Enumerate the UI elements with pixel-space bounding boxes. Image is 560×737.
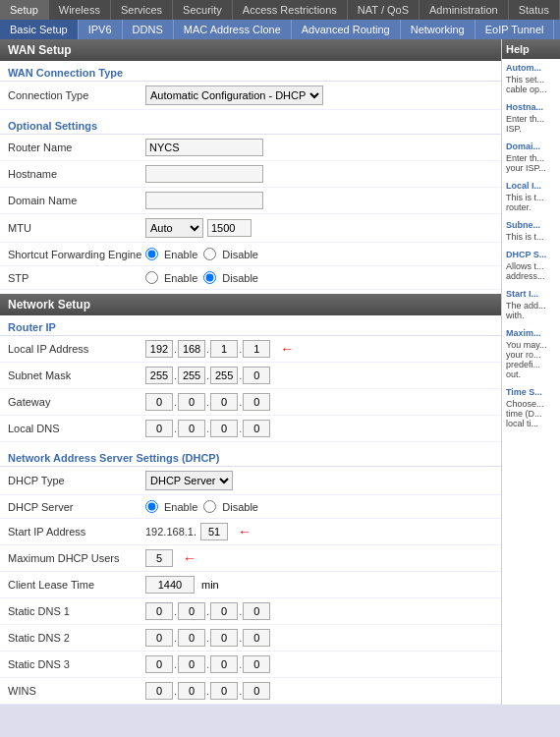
sub-nav: Basic SetupIPV6DDNSMAC Address CloneAdva… [0, 20, 560, 39]
help-item: Time S...Choose... time (D... local ti..… [502, 383, 560, 432]
local-ip-2[interactable] [178, 340, 205, 358]
wins-3[interactable] [210, 682, 238, 700]
router-name-label: Router Name [8, 142, 145, 153]
sub-nav-item-advanced-routing[interactable]: Advanced Routing [292, 20, 401, 39]
mtu-select[interactable]: Auto Manual [145, 218, 203, 238]
top-nav-item-setup[interactable]: Setup [0, 0, 49, 20]
dhcp-disable-radio[interactable] [203, 500, 216, 513]
stp-row: STP Enable Disable [0, 266, 501, 290]
static-dns1-label: Static DNS 1 [8, 605, 145, 617]
local-dns-4[interactable] [243, 420, 270, 437]
static-dns1-3[interactable] [210, 602, 238, 620]
local-ip-group[interactable]: . . . [145, 340, 270, 358]
subnet-3[interactable] [210, 367, 238, 384]
static-dns2-3[interactable] [210, 629, 238, 647]
static-dns2-4[interactable] [243, 629, 270, 647]
stp-enable-radio[interactable] [145, 271, 158, 284]
start-ip-input[interactable] [200, 523, 228, 540]
top-nav-item-services[interactable]: Services [111, 0, 173, 20]
static-dns3-3[interactable] [210, 655, 238, 673]
sub-nav-item-mac-address-clone[interactable]: MAC Address Clone [174, 20, 292, 39]
static-dns3-label: Static DNS 3 [8, 658, 145, 670]
start-ip-row: Start IP Address 192.168.1. ← [0, 519, 501, 545]
start-ip-label: Start IP Address [8, 526, 145, 538]
domain-name-row: Domain Name [0, 188, 501, 214]
mtu-value-input[interactable] [207, 219, 252, 237]
wins-1[interactable] [145, 682, 173, 700]
dhcp-enable-radio[interactable] [145, 500, 158, 513]
subnet-4[interactable] [243, 367, 270, 384]
connection-type-label: Connection Type [8, 89, 145, 101]
domain-name-input[interactable] [145, 192, 263, 209]
client-lease-label: Client Lease Time [8, 579, 145, 591]
wan-setup-title: WAN Setup [8, 43, 72, 57]
static-dns1-1[interactable] [145, 602, 173, 620]
router-name-input[interactable] [145, 139, 263, 156]
top-nav-item-nat-/-qos[interactable]: NAT / QoS [348, 0, 420, 20]
connection-type-control[interactable]: Automatic Configuration - DHCP [145, 85, 323, 105]
sub-nav-item-basic-setup[interactable]: Basic Setup [0, 20, 79, 39]
wins-2[interactable] [178, 682, 205, 700]
max-dhcp-input[interactable] [145, 549, 173, 567]
max-dhcp-arrow: ← [183, 550, 196, 566]
static-dns3-1[interactable] [145, 655, 173, 673]
static-dns2-row: Static DNS 2 . . . [0, 625, 501, 652]
local-dns-group[interactable]: . . . [145, 420, 270, 437]
shortcut-disable-radio[interactable] [203, 248, 216, 260]
local-dns-1[interactable] [145, 420, 173, 437]
sub-nav-item-networking[interactable]: Networking [401, 20, 476, 39]
subnet-1[interactable] [145, 367, 173, 384]
dhcp-type-row: DHCP Type DHCP Server [0, 467, 501, 495]
shortcut-enable-radio[interactable] [145, 248, 158, 260]
subnet-mask-label: Subnet Mask [8, 369, 145, 381]
connection-type-select[interactable]: Automatic Configuration - DHCP [145, 85, 323, 105]
top-nav-item-administration[interactable]: Administration [420, 0, 509, 20]
hostname-input[interactable] [145, 165, 263, 183]
static-dns3-2[interactable] [178, 655, 205, 673]
help-item: Autom...This set... cable op... [502, 59, 560, 98]
static-dns3-4[interactable] [243, 655, 270, 673]
gateway-group[interactable]: . . . [145, 393, 270, 411]
local-dns-3[interactable] [210, 420, 238, 437]
static-dns1-2[interactable] [178, 602, 205, 620]
subnet-mask-group[interactable]: . . . [145, 367, 270, 384]
help-item: Subne...This is t... [502, 216, 560, 246]
static-dns2-1[interactable] [145, 629, 173, 647]
help-items: Autom...This set... cable op...Hostna...… [502, 59, 560, 432]
subnet-mask-row: Subnet Mask . . . [0, 363, 501, 389]
gateway-3[interactable] [210, 393, 238, 411]
dhcp-type-label: DHCP Type [8, 475, 145, 486]
mtu-label: MTU [8, 222, 145, 234]
dhcp-type-select[interactable]: DHCP Server [145, 471, 233, 490]
mtu-row: MTU Auto Manual [0, 214, 501, 243]
subnet-2[interactable] [178, 367, 205, 384]
stp-disable-radio[interactable] [203, 271, 216, 284]
optional-settings-header: Optional Settings [0, 114, 501, 135]
wins-4[interactable] [243, 682, 270, 700]
local-ip-arrow: ← [280, 341, 294, 357]
top-nav-item-wireless[interactable]: Wireless [49, 0, 111, 20]
local-ip-1[interactable] [145, 340, 173, 358]
static-dns2-2[interactable] [178, 629, 205, 647]
sub-nav-item-eoip-tunnel[interactable]: EoIP Tunnel [476, 20, 555, 39]
static-dns1-4[interactable] [243, 602, 270, 620]
top-nav-item-status[interactable]: Status [509, 0, 560, 20]
client-lease-input[interactable] [145, 576, 195, 594]
local-dns-2[interactable] [178, 420, 205, 437]
local-ip-4[interactable] [243, 340, 270, 358]
sub-nav-item-ddns[interactable]: DDNS [123, 20, 174, 39]
gateway-1[interactable] [145, 393, 173, 411]
help-item: DHCP S...Allows t... address... [502, 246, 560, 285]
top-nav-item-access-restrictions[interactable]: Access Restrictions [233, 0, 348, 20]
local-ip-3[interactable] [210, 340, 238, 358]
max-dhcp-label: Maximum DHCP Users [8, 552, 145, 564]
gateway-4[interactable] [243, 393, 270, 411]
wan-connection-type-header: WAN Connection Type [0, 61, 501, 82]
gateway-2[interactable] [178, 393, 205, 411]
top-nav-item-security[interactable]: Security [173, 0, 233, 20]
help-item: Hostna...Enter th... ISP. [502, 98, 560, 138]
start-ip-arrow: ← [238, 524, 252, 539]
help-item: Start I...The add... with. [502, 285, 560, 324]
help-panel: Help Autom...This set... cable op...Host… [501, 39, 560, 705]
sub-nav-item-ipv6[interactable]: IPV6 [79, 20, 123, 39]
